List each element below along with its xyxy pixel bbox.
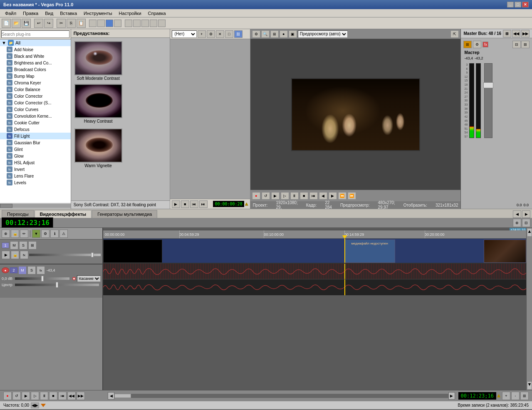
vid-fx-btn[interactable]: fx xyxy=(20,251,28,259)
tl-h-btn2[interactable]: ⊟ xyxy=(522,219,530,227)
video-clip-black[interactable] xyxy=(103,240,162,263)
tb1[interactable] xyxy=(89,20,97,27)
tb8[interactable] xyxy=(150,20,157,27)
plugin-defocus[interactable]: fx Defocus xyxy=(0,126,71,133)
prev-stop-btn[interactable]: ■ xyxy=(300,192,308,200)
tl-zoom-in-btn[interactable]: + xyxy=(502,392,510,400)
plugin-black-white[interactable]: fx Black and White xyxy=(0,53,71,59)
master-fader[interactable] xyxy=(484,63,492,138)
plugin-bump-map[interactable]: fx Bump Map xyxy=(0,73,71,79)
trans-fb-btn[interactable]: ◀◀ xyxy=(67,392,76,400)
fx-settings-btn[interactable]: ⚙ xyxy=(207,30,215,38)
preset-warm-vignette[interactable]: Warm Vignette xyxy=(74,128,122,168)
plugin-color-cor[interactable]: fx Color Corrector xyxy=(0,93,71,99)
undo-btn[interactable]: ↩ xyxy=(34,19,43,28)
paste-btn[interactable]: 📋 xyxy=(77,19,86,28)
plugin-color-curves[interactable]: fx Color Curves xyxy=(0,106,71,113)
fx-chain-btn[interactable]: ⛓ xyxy=(234,30,242,38)
trans-rewind-btn[interactable]: ⏮ xyxy=(58,392,67,400)
plugin-fill-light[interactable]: fx Fill Light xyxy=(0,133,71,139)
tl-settings-btn[interactable]: ⚙ xyxy=(41,230,49,238)
fx-add-btn[interactable]: + xyxy=(198,30,206,38)
prev-tb3[interactable]: ▣ xyxy=(289,30,297,38)
copy-btn[interactable]: ⎘ xyxy=(67,19,76,28)
tb9[interactable] xyxy=(158,20,166,27)
tl-h-btn1[interactable]: ⊕ xyxy=(513,219,521,227)
vid-lock-btn[interactable]: 🔒 xyxy=(11,251,19,259)
prev-frame-back-btn[interactable]: ◀ xyxy=(319,192,327,200)
plugin-broadcast[interactable]: fx Broadcast Colors xyxy=(0,66,71,73)
tab-generators[interactable]: Генераторы мультимедиа xyxy=(92,210,157,218)
plugin-chroma[interactable]: fx Chroma Keyer xyxy=(0,79,71,86)
menu-file[interactable]: Файл xyxy=(2,10,20,17)
prev-play-btn[interactable]: ▶ xyxy=(271,192,280,200)
aud-volume-slider[interactable] xyxy=(15,277,69,280)
aud-solo-btn[interactable]: S xyxy=(27,266,36,274)
maximize-btn[interactable]: □ xyxy=(515,2,521,7)
tb7[interactable] xyxy=(141,20,149,27)
menu-view[interactable]: Вид xyxy=(42,10,57,17)
prev-fast-back-btn[interactable]: ⏪ xyxy=(338,192,346,200)
scroll-left-btn[interactable]: ◀ xyxy=(108,392,114,400)
fx-stop-btn[interactable]: ■ xyxy=(181,200,189,208)
plugin-color-bal[interactable]: fx Color Balance xyxy=(0,86,71,93)
scroll-thumb[interactable] xyxy=(114,394,131,398)
cut-btn[interactable]: ✂ xyxy=(57,19,66,28)
master-expand-btn[interactable]: ⊞ xyxy=(521,41,530,48)
fx-next-btn[interactable]: ⏭ xyxy=(199,200,208,208)
tb6[interactable] xyxy=(133,20,141,27)
tab-transitions[interactable]: Переходы xyxy=(2,210,34,218)
timeline-scrollbar-v[interactable]: ▲ ▼ xyxy=(526,228,532,390)
tl-zoom-out-btn[interactable]: - xyxy=(511,392,520,400)
master-collapse-btn[interactable]: ⊟ xyxy=(512,41,521,48)
plugin-invert[interactable]: fx Invert xyxy=(0,166,71,173)
audio-rec-btn[interactable]: ● xyxy=(2,267,9,273)
plugin-brightness[interactable]: fx Brightness and Co... xyxy=(0,59,71,66)
tab-videofx[interactable]: Видеоспецэффекты xyxy=(35,210,92,218)
aud-pan-slider[interactable] xyxy=(15,284,99,286)
aud-fx-btn[interactable]: fx xyxy=(37,266,45,274)
trans-play2-btn[interactable]: ▷ xyxy=(31,392,39,400)
tl-scrollbar-h[interactable]: ◀ ▶ 00:12:23;16 + - ⊞ xyxy=(106,392,530,400)
tl-info-btn[interactable]: ℹ xyxy=(50,230,59,238)
tb5[interactable] xyxy=(125,20,132,27)
fx-marker-btn[interactable] xyxy=(245,203,248,206)
aud-env-btn[interactable]: ● xyxy=(72,277,76,281)
plugin-conv-kernel[interactable]: fx Convolution Kerne... xyxy=(0,113,71,119)
scroll-track[interactable] xyxy=(114,394,448,398)
master-hd-btn1[interactable]: ⊞ xyxy=(503,30,511,37)
plugin-folder-all[interactable]: ▼ 📁 All xyxy=(0,40,71,46)
tl-lock-btn[interactable]: 🔒 xyxy=(11,230,19,238)
prev-expand-btn[interactable]: ⇱ xyxy=(450,30,459,38)
timeline-main[interactable]: +24:01:10 00:00:00:00 00:04:59:29 00:10:… xyxy=(103,228,526,390)
fx-expand-btn[interactable]: □ xyxy=(225,30,233,38)
plugin-add-noise[interactable]: fx Add Noise xyxy=(0,46,71,53)
prev-zoom-btn[interactable]: 🔍 xyxy=(261,30,270,38)
plugin-search-input[interactable] xyxy=(1,30,69,38)
trans-play-btn[interactable]: ▶ xyxy=(22,392,30,400)
prev-tb2[interactable]: ● xyxy=(280,30,288,38)
tb3[interactable] xyxy=(106,20,113,27)
aud-mute-btn[interactable]: M xyxy=(18,266,27,274)
fx-play-btn[interactable]: ▶ xyxy=(172,200,180,208)
scroll-up-btn[interactable]: ▲ xyxy=(527,228,532,237)
plugin-cookie[interactable]: fx Cookie Cutter xyxy=(0,119,71,126)
tl-edit-btn[interactable]: ✏ xyxy=(20,230,28,238)
video-clip-unavail[interactable]: медиафайл недоступен xyxy=(344,240,395,263)
preview-dropdown[interactable]: Предпросмотр (авто) xyxy=(298,30,348,38)
prev-fast-fwd-btn[interactable]: ⏩ xyxy=(348,192,356,200)
tl-snap-end-btn[interactable]: ⊞ xyxy=(520,392,529,400)
prev-pause-btn[interactable]: ⏸ xyxy=(290,192,299,200)
tb2[interactable] xyxy=(97,20,105,27)
menu-edit[interactable]: Правка xyxy=(20,10,42,17)
plugin-color-cor-s[interactable]: fx Color Corrector (S... xyxy=(0,99,71,106)
trans-rec-btn[interactable]: ● xyxy=(3,392,12,400)
menu-insert[interactable]: Вставка xyxy=(57,10,80,17)
plugin-gaussian[interactable]: fx Gaussian Blur xyxy=(0,139,71,146)
tl-snap-btn[interactable]: ⊕ xyxy=(2,230,10,238)
status-nav-btn[interactable]: ◀▶ xyxy=(31,403,39,408)
close-btn[interactable]: ✕ xyxy=(522,2,529,7)
master-mute-btn[interactable]: ⊞ xyxy=(463,41,472,48)
save-btn[interactable]: 💾 xyxy=(22,19,31,28)
new-btn[interactable]: 📄 xyxy=(2,19,11,28)
